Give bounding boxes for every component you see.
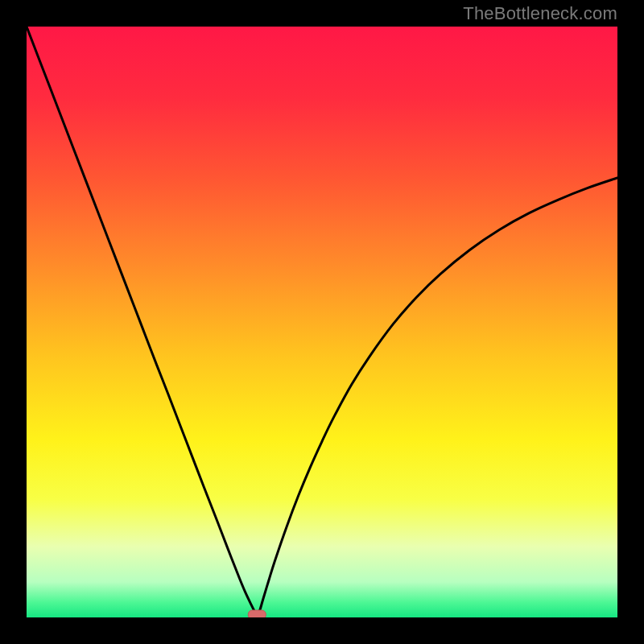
attribution-text: TheBottleneck.com bbox=[463, 3, 617, 24]
gradient-background bbox=[27, 27, 617, 617]
plot-area bbox=[27, 27, 617, 617]
minimum-marker bbox=[248, 610, 266, 617]
chart-frame: TheBottleneck.com bbox=[0, 0, 644, 644]
bottleneck-chart bbox=[27, 27, 617, 617]
